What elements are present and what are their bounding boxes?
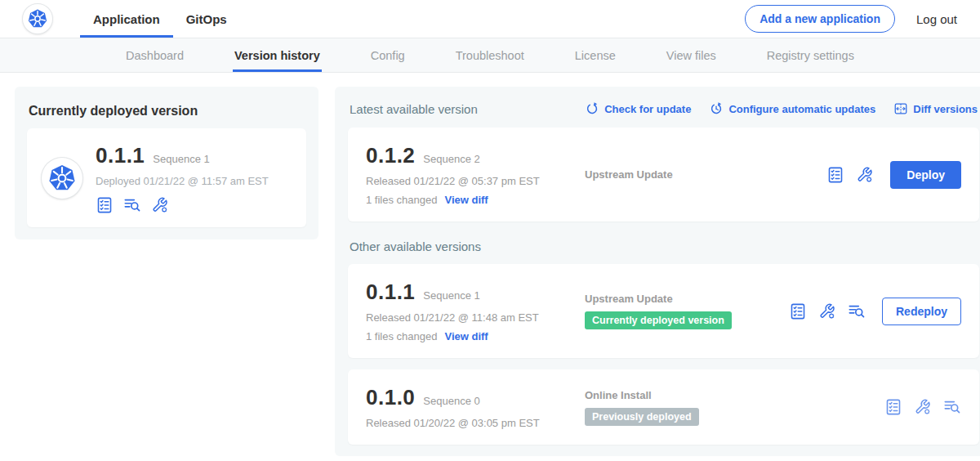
latest-available-header: Latest available version	[350, 102, 478, 116]
version-number: 0.1.2	[366, 143, 415, 168]
subtab-registry-settings[interactable]: Registry settings	[765, 38, 856, 72]
version-source: Online Install	[585, 389, 652, 401]
deployed-timestamp: Deployed 01/21/22 @ 11:57 am EST	[96, 175, 269, 187]
deployed-version-number: 0.1.1	[96, 143, 145, 168]
subtab-troubleshoot[interactable]: Troubleshoot	[454, 38, 526, 72]
tab-gitops[interactable]: GitOps	[173, 0, 240, 38]
top-tabs: Application GitOps	[80, 0, 240, 38]
version-card-0-1-0: 0.1.0 Sequence 0 Released 01/20/22 @ 03:…	[348, 369, 979, 445]
redeploy-button[interactable]: Redeploy	[882, 298, 961, 325]
preflight-checklist-icon[interactable]	[789, 302, 807, 320]
config-wrench-icon[interactable]	[818, 302, 836, 320]
clock-refresh-icon	[709, 101, 724, 116]
view-diff-link[interactable]: View diff	[444, 194, 488, 206]
deploy-logs-icon[interactable]	[943, 398, 961, 416]
version-sequence: Sequence 1	[423, 289, 479, 302]
top-nav: Application GitOps Add a new application…	[0, 0, 980, 38]
version-number: 0.1.0	[366, 385, 415, 410]
subtab-view-files[interactable]: View files	[665, 38, 718, 72]
other-available-header: Other available versions	[350, 239, 978, 253]
released-timestamp: Released 01/21/22 @ 11:48 am EST	[366, 311, 585, 324]
version-history-panel: Latest available version Check for updat…	[335, 87, 980, 456]
preflight-checklist-icon[interactable]	[96, 196, 114, 214]
add-application-button[interactable]: Add a new application	[745, 5, 895, 33]
configure-automatic-updates-link[interactable]: Configure automatic updates	[709, 101, 875, 116]
version-source: Upstream Update	[585, 293, 673, 305]
files-changed: 1 files changed	[366, 330, 437, 342]
subtab-config[interactable]: Config	[369, 38, 407, 72]
app-icon	[42, 158, 82, 199]
view-diff-link[interactable]: View diff	[444, 330, 488, 342]
tab-application[interactable]: Application	[80, 0, 173, 38]
version-card-0-1-2: 0.1.2 Sequence 2 Released 01/21/22 @ 05:…	[348, 128, 979, 222]
refresh-icon	[585, 101, 599, 116]
diff-icon	[893, 101, 908, 116]
logout-link[interactable]: Log out	[916, 12, 957, 26]
check-for-update-link[interactable]: Check for update	[585, 101, 691, 116]
deploy-logs-icon[interactable]	[848, 302, 866, 320]
deploy-logs-icon[interactable]	[123, 196, 141, 214]
version-card-0-1-1: 0.1.1 Sequence 1 Released 01/21/22 @ 11:…	[348, 264, 979, 358]
config-wrench-icon[interactable]	[914, 398, 932, 416]
diff-versions-link[interactable]: Diff versions	[893, 101, 978, 116]
diff-versions-label: Diff versions	[913, 103, 978, 115]
version-sequence: Sequence 2	[423, 153, 479, 165]
deployed-sequence: Sequence 1	[153, 153, 209, 165]
subtab-version-history[interactable]: Version history	[233, 38, 322, 72]
kubernetes-logo	[23, 4, 52, 34]
configure-automatic-updates-label: Configure automatic updates	[728, 103, 875, 115]
deployed-version-card: 0.1.1 Sequence 1 Deployed 01/21/22 @ 11:…	[27, 128, 306, 227]
deploy-button[interactable]: Deploy	[890, 161, 961, 189]
currently-deployed-badge: Currently deployed version	[585, 311, 732, 329]
released-timestamp: Released 01/21/22 @ 05:37 pm EST	[366, 175, 585, 187]
version-source: Upstream Update	[585, 168, 673, 181]
released-timestamp: Released 01/20/22 @ 03:05 pm EST	[366, 417, 585, 429]
preflight-checklist-icon[interactable]	[884, 398, 902, 416]
main-content: Currently deployed version 0.1.1 Sequenc…	[0, 73, 980, 456]
files-changed: 1 files changed	[366, 194, 437, 206]
version-sequence: Sequence 0	[423, 395, 479, 407]
app-sub-nav: Dashboard Version history Config Trouble…	[0, 38, 980, 73]
currently-deployed-panel: Currently deployed version 0.1.1 Sequenc…	[15, 87, 318, 239]
deployed-panel-title: Currently deployed version	[29, 104, 305, 119]
config-wrench-icon[interactable]	[151, 196, 169, 214]
previously-deployed-badge: Previously deployed	[585, 408, 699, 426]
version-number: 0.1.1	[366, 280, 415, 305]
preflight-checklist-icon[interactable]	[826, 166, 844, 184]
config-wrench-icon[interactable]	[856, 166, 874, 184]
check-for-update-label: Check for update	[604, 103, 691, 115]
subtab-license[interactable]: License	[573, 38, 617, 72]
subtab-dashboard[interactable]: Dashboard	[124, 38, 185, 72]
